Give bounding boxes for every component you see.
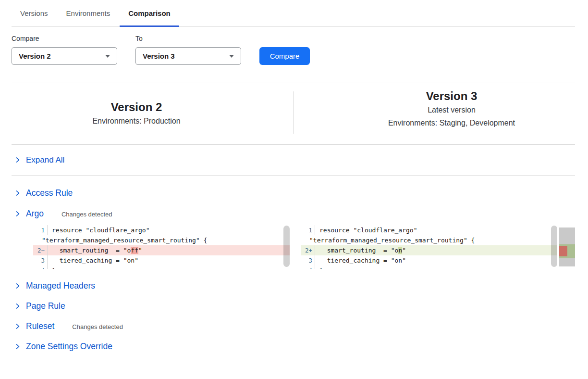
expand-all-label: Expand All xyxy=(26,155,64,165)
chevron-right-icon xyxy=(14,190,21,196)
section-title: Page Rule xyxy=(26,301,65,311)
line-number: 1 xyxy=(301,225,315,235)
section-managed[interactable]: Managed Headers xyxy=(12,278,575,293)
tab-versions[interactable]: Versions xyxy=(12,0,57,26)
line-number: 1 xyxy=(33,225,48,235)
chevron-right-icon xyxy=(14,211,21,217)
line-number: 2+ xyxy=(301,245,315,255)
section-argo[interactable]: ArgoChanges detected xyxy=(12,206,575,221)
code-text: tiered_caching = "on" xyxy=(48,255,138,265)
section-access[interactable]: Access Rule xyxy=(12,185,575,201)
compare-button[interactable]: Compare xyxy=(259,47,310,65)
code-text: "terraform_managed_resource_smart_routin… xyxy=(301,235,475,245)
word-diff-highlight: n xyxy=(398,247,402,254)
code-text: smart_routing = "off" xyxy=(48,245,142,255)
chevron-down-icon xyxy=(105,55,110,58)
code-text: tiered_caching = "on" xyxy=(315,255,406,265)
chevron-right-icon xyxy=(14,343,21,350)
line-number: 2− xyxy=(33,245,48,255)
compare-form: Compare Version 2 To Version 3 Compare xyxy=(12,35,588,65)
diff-row-added: 2+ smart_routing = "on" xyxy=(301,245,557,255)
section-list: Access RuleArgoChanges detected1resource… xyxy=(12,185,575,354)
diff-panel-left: 1resource "cloudflare_argo""terraform_ma… xyxy=(33,225,290,269)
compare-field: Compare Version 2 xyxy=(12,35,117,65)
diff-row: 4} xyxy=(301,265,557,269)
section-title: Managed Headers xyxy=(26,281,95,291)
section-title: Ruleset xyxy=(26,321,54,331)
diff-panel-gap xyxy=(290,225,301,271)
compare-label: Compare xyxy=(12,35,117,42)
section-title: Zone Settings Override xyxy=(26,341,112,352)
compare-version-value: Version 2 xyxy=(19,52,51,60)
to-label: To xyxy=(135,35,241,42)
version-right-subtitle: Latest version xyxy=(328,103,575,116)
section-zone[interactable]: Zone Settings Override xyxy=(12,339,575,354)
vertical-scrollbar[interactable] xyxy=(283,226,290,267)
diff-row: 4} xyxy=(33,265,290,269)
section-title: Access Rule xyxy=(26,188,73,198)
section-title: Argo xyxy=(26,209,44,219)
expand-all-button[interactable]: Expand All xyxy=(12,145,575,176)
to-field: To Version 3 xyxy=(135,35,241,65)
tab-comparison[interactable]: Comparison xyxy=(120,0,179,26)
comparison-page: VersionsEnvironmentsComparison Compare V… xyxy=(0,0,588,354)
diff-row: "terraform_managed_resource_smart_routin… xyxy=(33,235,290,245)
changes-detected-badge: Changes detected xyxy=(61,210,112,218)
line-number: 3 xyxy=(33,255,48,265)
section-page[interactable]: Page Rule xyxy=(12,298,575,314)
chevron-right-icon xyxy=(14,323,21,329)
to-version-select[interactable]: Version 3 xyxy=(135,47,241,65)
line-number: 4 xyxy=(33,265,48,269)
argo-diff-view: 1resource "cloudflare_argo""terraform_ma… xyxy=(33,225,575,271)
diff-panel-right: 1resource "cloudflare_argo""terraform_ma… xyxy=(301,225,557,269)
code-text: resource "cloudflare_argo" xyxy=(315,225,417,235)
changes-detected-badge: Changes detected xyxy=(72,322,123,330)
tab-bar: VersionsEnvironmentsComparison xyxy=(12,0,575,27)
version-left-title: Version 2 xyxy=(12,100,261,114)
line-number: 3 xyxy=(301,255,315,265)
header-vertical-divider xyxy=(293,91,294,134)
diff-row: "terraform_managed_resource_smart_routin… xyxy=(301,235,557,245)
version-right-title: Version 3 xyxy=(328,88,575,103)
version-right-header: Version 3 Latest version Environments: S… xyxy=(328,88,575,129)
version-left-environments: Environments: Production xyxy=(12,114,261,127)
section-ruleset[interactable]: RulesetChanges detected xyxy=(12,318,575,334)
diff-overview-minimap[interactable] xyxy=(559,227,575,266)
diff-row: 1resource "cloudflare_argo" xyxy=(33,225,290,235)
chevron-right-icon xyxy=(14,157,21,163)
compare-version-select[interactable]: Version 2 xyxy=(12,47,117,65)
code-text: smart_routing = "on" xyxy=(315,245,406,255)
vertical-scrollbar[interactable] xyxy=(551,226,557,267)
code-text: "terraform_managed_resource_smart_routin… xyxy=(33,235,207,245)
line-number: 4 xyxy=(301,265,315,269)
tab-environments[interactable]: Environments xyxy=(58,0,119,26)
version-headers: Version 2 Environments: Production Versi… xyxy=(12,83,575,145)
diff-row-deleted: 2− smart_routing = "off" xyxy=(33,245,290,255)
minimap-deletion-marker xyxy=(559,246,567,256)
code-text: } xyxy=(48,265,56,269)
diff-row: 3 tiered_caching = "on" xyxy=(33,255,290,265)
version-left-header: Version 2 Environments: Production xyxy=(12,100,261,127)
chevron-down-icon xyxy=(229,55,234,58)
chevron-right-icon xyxy=(14,303,21,309)
diff-row: 3 tiered_caching = "on" xyxy=(301,255,557,265)
code-text: } xyxy=(315,265,323,269)
diff-row: 1resource "cloudflare_argo" xyxy=(301,225,557,235)
chevron-right-icon xyxy=(14,283,21,289)
version-right-environments: Environments: Staging, Development xyxy=(328,116,575,129)
to-version-value: Version 3 xyxy=(143,52,175,60)
code-text: resource "cloudflare_argo" xyxy=(48,225,150,235)
word-diff-highlight: ff xyxy=(131,247,138,254)
